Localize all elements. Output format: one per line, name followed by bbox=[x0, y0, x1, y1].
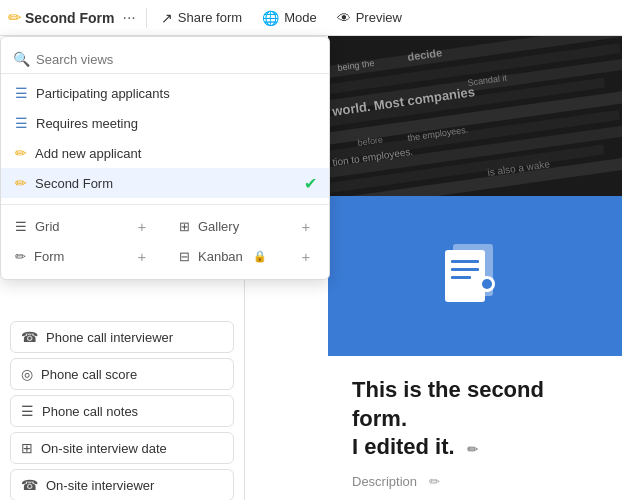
more-options-button[interactable]: ··· bbox=[118, 7, 139, 29]
gallery-label: Gallery bbox=[198, 219, 239, 234]
list-item[interactable]: ☰ Phone call notes bbox=[10, 395, 234, 427]
dropdown-item-label-3: Add new applicant bbox=[35, 146, 141, 161]
share-form-button[interactable]: ↗ Share form bbox=[153, 6, 250, 30]
item-label: On-site interview date bbox=[41, 441, 167, 456]
preview-label: Preview bbox=[356, 10, 402, 25]
mode-label: Mode bbox=[284, 10, 317, 25]
views-dropdown: 🔍 ☰ Participating applicants ☰ Requires … bbox=[0, 36, 330, 280]
dropdown-item-label: Participating applicants bbox=[36, 86, 170, 101]
date-icon: ⊞ bbox=[21, 440, 33, 456]
form-content: This is the second form. I edited it. ✏ … bbox=[328, 356, 622, 500]
check-icon: ✔ bbox=[304, 174, 317, 193]
form-sub-icon: ✏ bbox=[15, 249, 26, 264]
dropdown-sub-grid[interactable]: ☰ Grid + bbox=[1, 211, 165, 241]
svg-rect-22 bbox=[451, 276, 471, 279]
item-label: Phone call notes bbox=[42, 404, 138, 419]
phone-icon: ☎ bbox=[21, 329, 38, 345]
preview-button[interactable]: 👁 Preview bbox=[329, 6, 410, 30]
description-label: Description bbox=[352, 474, 417, 489]
form-icon-section bbox=[328, 196, 622, 356]
right-panel: being the decide Scandal it world. Most … bbox=[328, 36, 622, 500]
list-icon: ☰ bbox=[15, 85, 28, 101]
form-title-line1: This is the second form. bbox=[352, 377, 544, 431]
dropdown-sub-gallery[interactable]: ⊞ Gallery + bbox=[165, 211, 329, 241]
interviewer-icon: ☎ bbox=[21, 477, 38, 493]
grid-label: Grid bbox=[35, 219, 60, 234]
gallery-icon: ⊞ bbox=[179, 219, 190, 234]
search-input[interactable] bbox=[36, 52, 317, 67]
description-edit-icon[interactable]: ✏ bbox=[429, 474, 440, 489]
dropdown-item-label-4: Second Form bbox=[35, 176, 113, 191]
edit-icon: ✏ bbox=[15, 145, 27, 161]
dropdown-sub-kanban[interactable]: ⊟ Kanban 🔒 + bbox=[165, 241, 329, 271]
add-form-button[interactable]: + bbox=[133, 247, 151, 265]
list-icon-2: ☰ bbox=[15, 115, 28, 131]
hero-svg: being the decide Scandal it world. Most … bbox=[328, 36, 622, 196]
divider bbox=[146, 8, 147, 28]
svg-rect-20 bbox=[451, 260, 479, 263]
dropdown-item-label-2: Requires meeting bbox=[36, 116, 138, 131]
item-label: On-site interviewer bbox=[46, 478, 154, 493]
search-row: 🔍 bbox=[1, 45, 329, 74]
kanban-icon: ⊟ bbox=[179, 249, 190, 264]
form-title: This is the second form. I edited it. ✏ bbox=[352, 376, 598, 462]
list-item[interactable]: ☎ Phone call interviewer bbox=[10, 321, 234, 353]
divider-2 bbox=[1, 204, 329, 205]
item-label: Phone call score bbox=[41, 367, 137, 382]
form-description: Description ✏ bbox=[352, 474, 598, 489]
dropdown-item-participating[interactable]: ☰ Participating applicants bbox=[1, 78, 329, 108]
form-icon-svg bbox=[435, 236, 515, 316]
page-title: Second Form bbox=[25, 10, 114, 26]
lock-icon: 🔒 bbox=[253, 250, 267, 263]
share-label: Share form bbox=[178, 10, 242, 25]
grid-icon: ☰ bbox=[15, 219, 27, 234]
dropdown-item-second-form[interactable]: ✏ Second Form ✔ bbox=[1, 168, 329, 198]
score-icon: ◎ bbox=[21, 366, 33, 382]
globe-icon: 🌐 bbox=[262, 10, 279, 26]
item-label: Phone call interviewer bbox=[46, 330, 173, 345]
hero-image: being the decide Scandal it world. Most … bbox=[328, 36, 622, 196]
form-title-line2: I edited it. bbox=[352, 434, 455, 459]
search-icon: 🔍 bbox=[13, 51, 30, 67]
add-grid-button[interactable]: + bbox=[133, 217, 151, 235]
mode-button[interactable]: 🌐 Mode bbox=[254, 6, 325, 30]
dropdown-sub-form[interactable]: ✏ Form + bbox=[1, 241, 165, 271]
list-item[interactable]: ☎ On-site interviewer bbox=[10, 469, 234, 500]
svg-rect-21 bbox=[451, 268, 479, 271]
kanban-label: Kanban bbox=[198, 249, 243, 264]
form-sub-label: Form bbox=[34, 249, 64, 264]
title-edit-icon[interactable]: ✏ bbox=[467, 442, 478, 457]
dropdown-item-requires[interactable]: ☰ Requires meeting bbox=[1, 108, 329, 138]
top-bar: ✏ Second Form ··· ↗ Share form 🌐 Mode 👁 … bbox=[0, 0, 622, 36]
notes-icon: ☰ bbox=[21, 403, 34, 419]
list-item[interactable]: ⊞ On-site interview date bbox=[10, 432, 234, 464]
list-item[interactable]: ◎ Phone call score bbox=[10, 358, 234, 390]
add-kanban-button[interactable]: + bbox=[297, 247, 315, 265]
svg-point-24 bbox=[482, 279, 492, 289]
form-icon: ✏ bbox=[8, 8, 21, 27]
share-icon: ↗ bbox=[161, 10, 173, 26]
eye-icon: 👁 bbox=[337, 10, 351, 26]
dropdown-item-add-applicant[interactable]: ✏ Add new applicant bbox=[1, 138, 329, 168]
edit-icon-2: ✏ bbox=[15, 175, 27, 191]
add-gallery-button[interactable]: + bbox=[297, 217, 315, 235]
